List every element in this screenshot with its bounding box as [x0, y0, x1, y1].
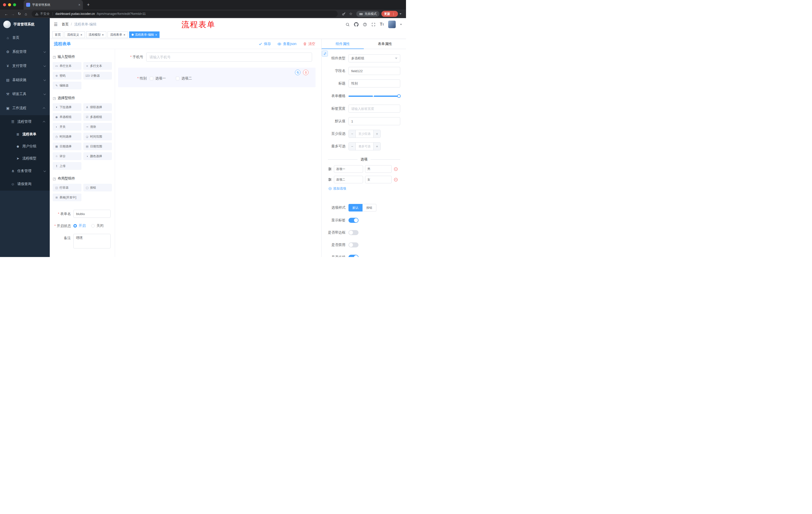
tag-process-model[interactable]: 流程模型 × [86, 31, 107, 38]
phone-field-input[interactable] [146, 53, 312, 62]
browser-menu-icon[interactable]: ⋮ [392, 12, 395, 16]
tab-form-props[interactable]: 表单属性 [364, 39, 406, 49]
close-icon[interactable]: × [123, 33, 125, 36]
chevron-down-icon[interactable] [400, 13, 402, 15]
component-type-select[interactable]: 多选框组 [348, 54, 400, 62]
sidebar-item-process-mgmt[interactable]: ☰ 流程管理 [0, 115, 50, 128]
new-tab-button[interactable]: + [87, 2, 90, 7]
sidebar-item-leave-query[interactable]: ☺ 请假查询 [0, 178, 50, 191]
reload-icon[interactable]: ↻ [16, 11, 23, 16]
gender-field-selected[interactable]: 性别 选项一 [118, 67, 316, 87]
browser-tab[interactable]: 芋道管理系统 × [24, 0, 83, 9]
phone-field[interactable]: 手机号 [118, 53, 316, 62]
field-name-input[interactable] [348, 67, 400, 75]
sidebar-item-system[interactable]: ⚙ 系统管理 [0, 45, 50, 59]
close-icon[interactable]: × [78, 3, 80, 7]
palette-item[interactable]: 123 计数器 [83, 72, 112, 79]
disabled-switch[interactable] [348, 242, 358, 247]
palette-item[interactable]: ⊸ 滑块 [83, 123, 112, 131]
palette-item[interactable]: ◉ 单选框组 [53, 113, 81, 121]
clear-button[interactable]: 清空 [303, 42, 315, 46]
palette-item[interactable]: ▦ 日期选择 [53, 142, 81, 150]
window-close-button[interactable] [3, 3, 6, 6]
remove-option-icon[interactable] [394, 178, 398, 182]
palette-item[interactable]: ◶ 时间范围 [83, 133, 112, 140]
address-bar[interactable]: 不安全 dashboard.yudao.iocoder.cn/bpm/manag… [32, 10, 338, 17]
palette-item[interactable]: ☑ 多选框组 [83, 113, 112, 121]
palette-item[interactable]: ≡ 多行文本 [83, 62, 112, 70]
form-remark-textarea[interactable]: 嘿嘿 [74, 234, 111, 248]
sidebar-item-task-mgmt[interactable]: ⋔ 任务管理 [0, 164, 50, 178]
palette-item[interactable]: ☆ 评分 [53, 153, 81, 160]
sidebar-item-payment[interactable]: ¥ 支付管理 [0, 59, 50, 73]
incognito-badge[interactable]: 无痕模式 [356, 11, 379, 17]
drag-handle-icon[interactable] [328, 178, 332, 182]
default-value-input[interactable] [348, 117, 400, 125]
option-label-input[interactable] [334, 176, 363, 183]
palette-item[interactable]: ▭ 单行文本 [53, 62, 81, 70]
palette-item[interactable]: ▾ 下拉选择 [53, 103, 81, 111]
caret-down-icon[interactable] [400, 24, 402, 25]
remove-option-icon[interactable] [394, 167, 398, 171]
palette-item[interactable]: ▤ 日期范围 [83, 142, 112, 150]
palette-item[interactable]: ▢ 按钮 [83, 184, 112, 191]
close-icon[interactable]: × [155, 33, 157, 36]
app-logo[interactable]: 芋道管理系统 [0, 18, 50, 31]
palette-item[interactable]: ⊞ 表格[开发中] [53, 194, 81, 201]
palette-item[interactable]: ◑ 颜色选择 [83, 153, 112, 160]
checkbox-icon[interactable] [176, 77, 179, 80]
plus-button[interactable]: + [373, 130, 380, 138]
window-zoom-button[interactable] [13, 3, 16, 6]
sidebar-item-process-model[interactable]: ➤ 流程模型 [0, 153, 50, 164]
border-switch[interactable] [348, 230, 358, 235]
add-option-button[interactable]: 添加选项 [328, 186, 400, 191]
view-json-button[interactable]: 查看json [278, 42, 296, 46]
save-button[interactable]: 保存 [259, 42, 271, 46]
tag-process-form-edit[interactable]: 流程表单-编辑 × [129, 31, 160, 38]
back-icon[interactable]: ← [3, 12, 9, 16]
drawer-toggle-button[interactable] [322, 51, 328, 57]
option-value-input[interactable] [365, 165, 392, 173]
sidebar-item-user-group[interactable]: ☻ 用户分组 [0, 140, 50, 153]
sidebar-collapse-icon[interactable]: ☰ [54, 22, 58, 27]
sidebar-item-devtools[interactable]: ⚒ 研发工具 [0, 87, 50, 101]
form-canvas[interactable]: 手机号 [115, 49, 321, 257]
close-icon[interactable]: × [80, 33, 82, 36]
sidebar-item-process-form[interactable]: ≣ 流程表单 [0, 128, 50, 140]
max-select-input[interactable] [356, 142, 373, 150]
minus-button[interactable]: − [349, 130, 356, 138]
window-minimize-button[interactable] [8, 3, 11, 6]
checkbox-option[interactable]: 选项一 [150, 76, 166, 81]
sidebar-item-workflow[interactable]: ▣ 工作流程 [0, 101, 50, 115]
style-button-button[interactable]: 按钮 [362, 204, 376, 212]
sidebar-item-infrastructure[interactable]: ▤ 基础设施 [0, 73, 50, 87]
delete-component-button[interactable] [303, 70, 309, 75]
checkbox-icon[interactable] [150, 77, 153, 80]
palette-item[interactable]: ↥ 上传 [53, 162, 81, 170]
palette-item[interactable]: ◐ 开关 [53, 123, 81, 131]
form-name-input[interactable] [74, 210, 111, 218]
close-icon[interactable]: × [102, 33, 104, 36]
tag-process-form[interactable]: 流程表单 × [108, 31, 128, 38]
copy-component-button[interactable] [295, 70, 300, 75]
font-size-icon[interactable]: TT [380, 22, 384, 26]
drag-handle-icon[interactable] [328, 167, 332, 171]
breadcrumb-home[interactable]: 首页 [62, 22, 68, 27]
title-input[interactable] [348, 79, 400, 87]
palette-item[interactable]: ✎ 编辑器 [53, 82, 81, 89]
fullscreen-icon[interactable] [371, 22, 376, 27]
browser-home-icon[interactable]: ⌂ [23, 12, 29, 16]
required-switch[interactable] [348, 255, 358, 257]
tag-home[interactable]: 首页 × [52, 31, 63, 38]
palette-item[interactable]: ⊛ 密码 [53, 72, 81, 79]
option-value-input[interactable] [365, 176, 392, 183]
bookmark-star-icon[interactable]: ☆ [349, 11, 352, 16]
forward-icon[interactable]: → [9, 12, 16, 16]
min-select-input[interactable] [356, 130, 373, 138]
search-icon[interactable] [345, 22, 350, 27]
plus-button[interactable]: + [373, 142, 380, 150]
tab-component-props[interactable]: 组件属性 [322, 39, 364, 49]
update-button[interactable]: 更新 ⋮ [381, 11, 398, 17]
palette-item[interactable]: ◷ 时间选择 [53, 133, 81, 140]
sidebar-item-home[interactable]: ⌂ 首页 [0, 31, 50, 45]
